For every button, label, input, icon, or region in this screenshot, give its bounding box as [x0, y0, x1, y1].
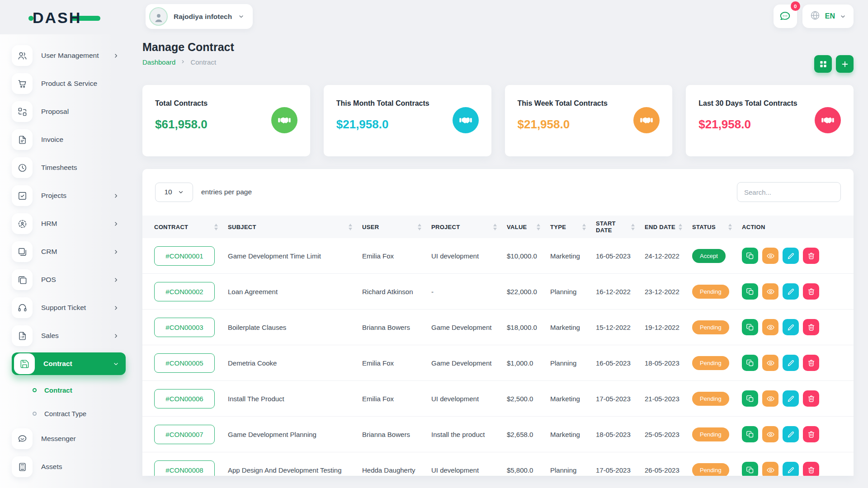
- sidebar-item-proposal[interactable]: Proposal: [12, 100, 126, 123]
- contract-id-pill[interactable]: #CON00003: [154, 318, 215, 337]
- edit-button[interactable]: [783, 355, 799, 371]
- chevron-right-icon: [113, 249, 119, 255]
- duplicate-button[interactable]: [742, 319, 758, 335]
- edit-button[interactable]: [783, 390, 799, 407]
- view-button[interactable]: [762, 462, 778, 476]
- dash-logo: DASH: [33, 9, 81, 27]
- sidebar-item-sales[interactable]: Sales: [12, 324, 126, 347]
- messages-button[interactable]: 0: [774, 5, 797, 28]
- edit-button[interactable]: [783, 426, 799, 442]
- column-header-label: START DATE: [596, 220, 631, 234]
- view-button[interactable]: [762, 248, 778, 264]
- grid-icon: [819, 60, 828, 69]
- contract-id-pill[interactable]: #CON00005: [154, 353, 215, 373]
- view-button[interactable]: [762, 426, 778, 442]
- sidebar-item-timesheets[interactable]: Timesheets: [12, 156, 126, 179]
- column-header-type[interactable]: TYPE: [550, 224, 596, 230]
- contract-id-pill[interactable]: #CON00007: [154, 425, 215, 444]
- column-header-label: END DATE: [645, 224, 675, 230]
- duplicate-button[interactable]: [742, 426, 758, 442]
- sidebar-item-invoice[interactable]: Invoice: [12, 128, 126, 151]
- cell-start-date: 17-05-2023: [596, 395, 645, 403]
- column-header-value[interactable]: VALUE: [507, 224, 550, 230]
- table-row: #CON00002Loan AgreementRichard Atkinson-…: [142, 274, 854, 310]
- workspace-selector[interactable]: Rajodiya infotech: [146, 4, 253, 29]
- view-button[interactable]: [762, 390, 778, 407]
- column-header-project[interactable]: PROJECT: [431, 224, 507, 230]
- language-code: EN: [825, 12, 835, 20]
- column-header-user[interactable]: USER: [362, 224, 431, 230]
- breadcrumb-dashboard-link[interactable]: Dashboard: [142, 58, 175, 66]
- edit-button[interactable]: [783, 248, 799, 264]
- row-actions: [742, 248, 842, 264]
- column-header-subject[interactable]: SUBJECT: [228, 224, 362, 230]
- status-badge: Pending: [692, 356, 729, 370]
- delete-button[interactable]: [803, 283, 819, 300]
- sidebar-item-messenger[interactable]: Messenger: [12, 427, 126, 450]
- handshake-icon: [271, 107, 297, 133]
- sidebar-subitem-contract[interactable]: Contract: [33, 380, 136, 399]
- sidebar-item-support-ticket[interactable]: Support Ticket: [12, 296, 126, 319]
- cell-subject: Game Development Time Limit: [228, 252, 362, 260]
- contract-id-pill[interactable]: #CON00001: [154, 246, 215, 266]
- contract-id-pill[interactable]: #CON00006: [154, 389, 215, 408]
- edit-button[interactable]: [783, 319, 799, 335]
- entries-per-page-select[interactable]: 10: [155, 183, 193, 202]
- trash-icon: [807, 287, 816, 296]
- delete-button[interactable]: [803, 462, 819, 476]
- chevron-right-icon: [113, 333, 119, 339]
- column-header-end-date[interactable]: END DATE: [645, 224, 692, 230]
- column-header-contract[interactable]: CONTRACT: [154, 224, 228, 230]
- sidebar-item-product-service[interactable]: Product & Service: [12, 72, 126, 95]
- entries-per-page-label: entries per page: [201, 188, 252, 196]
- cell-project: Game Development: [431, 359, 507, 367]
- duplicate-button[interactable]: [742, 283, 758, 300]
- sidebar-item-pos[interactable]: POS: [12, 268, 126, 291]
- column-header-status[interactable]: STATUS: [692, 224, 742, 230]
- delete-button[interactable]: [803, 248, 819, 264]
- stat-label: This Week Total Contracts: [518, 99, 660, 108]
- duplicate-button[interactable]: [742, 390, 758, 407]
- delete-button[interactable]: [803, 355, 819, 371]
- language-selector[interactable]: EN: [802, 5, 854, 28]
- sidebar-item-user-management[interactable]: User Management: [12, 44, 126, 67]
- sort-arrows-icon: [418, 224, 421, 230]
- duplicate-button[interactable]: [742, 462, 758, 476]
- column-header-label: VALUE: [507, 224, 527, 230]
- delete-button[interactable]: [803, 319, 819, 335]
- pencil-icon: [787, 430, 795, 439]
- entries-per-page-value: 10: [164, 188, 172, 196]
- cell-start-date: 15-12-2022: [596, 324, 645, 331]
- delete-button[interactable]: [803, 426, 819, 442]
- contract-id-pill[interactable]: #CON00002: [154, 282, 215, 301]
- copy-icon: [746, 359, 755, 367]
- status-badge: Accept: [692, 249, 726, 263]
- sidebar-item-contract[interactable]: Contract: [12, 352, 126, 375]
- duplicate-button[interactable]: [742, 355, 758, 371]
- grid-view-button[interactable]: [814, 55, 832, 73]
- person-icon: [153, 12, 165, 23]
- sidebar-item-label: Contract: [43, 360, 72, 368]
- sidebar-item-assets[interactable]: Assets: [12, 455, 126, 478]
- delete-button[interactable]: [803, 390, 819, 407]
- view-button[interactable]: [762, 355, 778, 371]
- contract-id-pill[interactable]: #CON00008: [154, 460, 215, 476]
- cell-type: Planning: [550, 359, 596, 367]
- duplicate-button[interactable]: [742, 248, 758, 264]
- table-body: #CON00001Game Development Time LimitEmil…: [142, 238, 854, 476]
- cell-user: Emilia Fox: [362, 395, 431, 403]
- add-contract-button[interactable]: [836, 55, 854, 73]
- edit-button[interactable]: [783, 283, 799, 300]
- search-input[interactable]: [737, 182, 841, 202]
- view-button[interactable]: [762, 319, 778, 335]
- sidebar-item-projects[interactable]: Projects: [12, 184, 126, 207]
- eye-icon: [766, 252, 775, 260]
- handshake-icon: [815, 107, 841, 133]
- row-actions: [742, 426, 842, 442]
- edit-button[interactable]: [783, 462, 799, 476]
- sidebar-item-hrm[interactable]: HRM: [12, 212, 126, 235]
- column-header-start-date[interactable]: START DATE: [596, 220, 645, 234]
- sidebar-item-crm[interactable]: CRM: [12, 240, 126, 263]
- view-button[interactable]: [762, 283, 778, 300]
- sidebar-subitem-contract-type[interactable]: Contract Type: [33, 404, 136, 423]
